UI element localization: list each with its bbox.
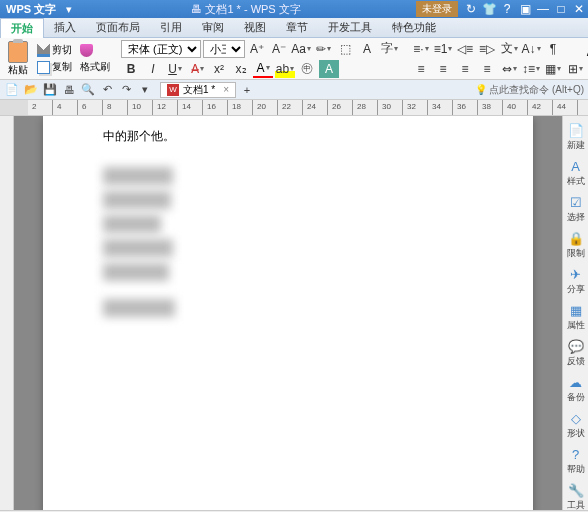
char-border-button[interactable]: ⬚ — [335, 40, 355, 58]
bulb-icon: 💡 — [475, 84, 487, 95]
bold-button[interactable]: B — [121, 60, 141, 78]
open-button[interactable]: 📂 — [23, 82, 39, 98]
taskpane-item-6[interactable]: 💬反馈 — [567, 338, 585, 368]
clear-format-button[interactable]: ✏ — [313, 40, 333, 58]
taskpane-icon: 📄 — [568, 122, 584, 138]
page[interactable]: 中的那个他。 — [43, 116, 533, 510]
pinyin-guide-button[interactable]: 字 — [379, 40, 399, 58]
ruler-tick: 18 — [232, 102, 241, 111]
subscript-button[interactable]: x₂ — [231, 60, 251, 78]
ruler-tick: 6 — [82, 102, 86, 111]
ruler-tick: 22 — [282, 102, 291, 111]
asian-layout-button[interactable]: 文 — [499, 40, 519, 58]
copy-button[interactable]: 复制 — [34, 59, 75, 75]
menu-tab-4[interactable]: 审阅 — [192, 18, 234, 37]
qat-dropdown[interactable]: ▾ — [137, 82, 153, 98]
menu-tab-6[interactable]: 章节 — [276, 18, 318, 37]
format-painter-button[interactable] — [77, 43, 113, 58]
align-justify-button[interactable]: ≡ — [477, 60, 497, 78]
taskpane-icon: 💬 — [568, 338, 584, 354]
cut-button[interactable]: 剪切 — [34, 42, 75, 58]
sync-icon[interactable]: ↻ — [462, 2, 480, 16]
undo-button[interactable]: ↶ — [99, 82, 115, 98]
maximize-button[interactable]: □ — [552, 2, 570, 16]
strikethrough-button[interactable]: A̶ — [187, 60, 207, 78]
taskpane-item-1[interactable]: A样式 — [567, 158, 585, 188]
menu-tab-1[interactable]: 插入 — [44, 18, 86, 37]
sort-button[interactable]: A↓ — [521, 40, 541, 58]
command-search[interactable]: 💡 点此查找命令 (Alt+Q) — [475, 83, 584, 97]
font-family-select[interactable]: 宋体 (正文) — [121, 40, 201, 58]
ruler-tick: 10 — [132, 102, 141, 111]
close-button[interactable]: ✕ — [570, 2, 588, 16]
taskpane-item-3[interactable]: 🔒限制 — [567, 230, 585, 260]
char-shading-button[interactable]: A — [357, 40, 377, 58]
help-icon[interactable]: ? — [498, 2, 516, 16]
italic-button[interactable]: I — [143, 60, 163, 78]
grow-font-button[interactable]: A⁺ — [247, 40, 267, 58]
bullet-list-button[interactable]: ≡· — [411, 40, 431, 58]
copy-icon — [37, 61, 50, 74]
borders-button[interactable]: ⊞ — [565, 60, 585, 78]
menu-tab-5[interactable]: 视图 — [234, 18, 276, 37]
change-case-button[interactable]: Aa — [291, 40, 311, 58]
close-tab-button[interactable]: × — [223, 84, 229, 95]
print-button[interactable]: 🖶 — [61, 82, 77, 98]
new-doc-button[interactable]: 📄 — [4, 82, 20, 98]
taskpane-item-10[interactable]: 🔧工具 — [567, 482, 585, 512]
distribute-button[interactable]: ⇔ — [499, 60, 519, 78]
menu-tab-0[interactable]: 开始 — [0, 18, 44, 38]
enclose-char-button[interactable]: ㊥ — [297, 60, 317, 78]
char-fit-button[interactable]: A — [319, 60, 339, 78]
ruler-tick: 4 — [57, 102, 61, 111]
superscript-button[interactable]: x² — [209, 60, 229, 78]
redacted-content — [103, 191, 171, 209]
taskpane-item-4[interactable]: ✈分享 — [567, 266, 585, 296]
body-text[interactable]: 中的那个他。 — [103, 128, 473, 145]
brush-icon — [80, 44, 93, 57]
align-right-button[interactable]: ≡ — [455, 60, 475, 78]
document-canvas[interactable]: 中的那个他。 — [14, 116, 562, 510]
show-marks-button[interactable]: ¶ — [543, 40, 563, 58]
app-logo[interactable]: WPS 文字 — [0, 2, 62, 17]
taskpane-item-2[interactable]: ☑选择 — [567, 194, 585, 224]
app-menu-dropdown[interactable]: ▾ — [62, 3, 76, 16]
taskpane-icon: ✈ — [568, 266, 584, 282]
paste-label: 粘贴 — [8, 63, 28, 77]
paste-button[interactable]: 粘贴 — [4, 39, 32, 79]
taskpane-item-8[interactable]: ◇形状 — [567, 410, 585, 440]
taskpane-item-0[interactable]: 📄新建 — [567, 122, 585, 152]
font-size-select[interactable]: 小三 — [203, 40, 245, 58]
underline-button[interactable]: U — [165, 60, 185, 78]
print-preview-button[interactable]: 🔍 — [80, 82, 96, 98]
new-tab-button[interactable]: + — [239, 82, 255, 98]
shrink-font-button[interactable]: A⁻ — [269, 40, 289, 58]
vertical-ruler[interactable] — [0, 116, 14, 510]
minimize-button[interactable]: — — [534, 2, 552, 16]
taskpane-item-5[interactable]: ▦属性 — [567, 302, 585, 332]
login-status[interactable]: 未登录 — [416, 1, 458, 17]
taskpane-item-9[interactable]: ?帮助 — [567, 446, 585, 476]
menu-tab-7[interactable]: 开发工具 — [318, 18, 382, 37]
number-list-button[interactable]: ≡1 — [433, 40, 453, 58]
increase-indent-button[interactable]: ≡▷ — [477, 40, 497, 58]
shading-button[interactable]: ▦ — [543, 60, 563, 78]
menu-tab-2[interactable]: 页面布局 — [86, 18, 150, 37]
line-spacing-button[interactable]: ↕≡ — [521, 60, 541, 78]
taskpane-icon: ? — [568, 446, 584, 462]
skin-icon[interactable]: 👕 — [480, 2, 498, 16]
format-painter-label[interactable]: 格式刷 — [77, 59, 113, 75]
align-left-button[interactable]: ≡ — [411, 60, 431, 78]
document-tab[interactable]: W 文档1 * × — [160, 82, 236, 98]
align-center-button[interactable]: ≡ — [433, 60, 453, 78]
pin-icon[interactable]: ▣ — [516, 2, 534, 16]
menu-tab-8[interactable]: 特色功能 — [382, 18, 446, 37]
taskpane-item-7[interactable]: ☁备份 — [567, 374, 585, 404]
highlight-button[interactable]: ab — [275, 60, 295, 78]
redo-button[interactable]: ↷ — [118, 82, 134, 98]
horizontal-ruler[interactable]: 2468101214161820222426283032343638404244 — [0, 100, 588, 116]
font-color-button[interactable]: A — [253, 60, 273, 78]
decrease-indent-button[interactable]: ◁≡ — [455, 40, 475, 58]
save-button[interactable]: 💾 — [42, 82, 58, 98]
menu-tab-3[interactable]: 引用 — [150, 18, 192, 37]
